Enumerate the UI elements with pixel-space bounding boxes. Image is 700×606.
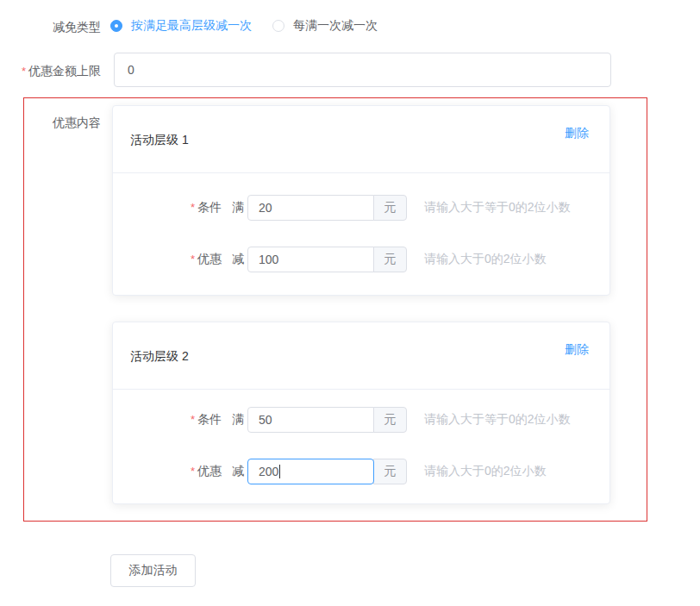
required-marker: * xyxy=(191,201,195,214)
input-hint: 请输入大于等于0的2位小数 xyxy=(424,200,571,216)
row-label-text: 优惠 xyxy=(197,252,222,266)
condition-row: *条件满 50 元 请输入大于等于0的2位小数 xyxy=(113,407,609,433)
radio-option-every-time[interactable]: 每满一次减一次 xyxy=(272,18,378,34)
row-label-text: 条件 xyxy=(197,200,222,214)
condition-row: *条件满 20 元 请输入大于等于0的2位小数 xyxy=(113,195,609,221)
condition-label: *条件满 xyxy=(113,200,244,216)
input-hint: 请输入大于等于0的2位小数 xyxy=(424,412,571,428)
tier-title: 活动层级 2 xyxy=(130,349,189,365)
required-marker: * xyxy=(191,465,195,478)
tier-card-body: *条件满 50 元 请输入大于等于0的2位小数 *优惠减 200 元 请输入大于… xyxy=(113,390,609,484)
tier-card-body: *条件满 20 元 请输入大于等于0的2位小数 *优惠减 100 元 请输入大于… xyxy=(113,173,609,272)
tier-title: 活动层级 1 xyxy=(130,133,189,148)
reduction-type-label: 减免类型 xyxy=(0,19,101,34)
discount-amount-input[interactable]: 100 xyxy=(247,247,374,272)
tier-card-header: 活动层级 1 删除 xyxy=(113,106,609,173)
row-prefix-text: 减 xyxy=(232,252,244,266)
input-value: 20 xyxy=(259,201,272,215)
radio-option-highest-tier[interactable]: 按满足最高层级减一次 xyxy=(110,18,252,34)
radio-unselected-icon xyxy=(272,20,284,32)
discount-content-label: 优惠内容 xyxy=(0,115,101,130)
unit-suffix: 元 xyxy=(373,407,407,433)
radio-selected-icon xyxy=(110,20,122,32)
delete-tier-link[interactable]: 删除 xyxy=(565,342,589,358)
input-value: 200 xyxy=(259,465,278,478)
row-label-text: 优惠 xyxy=(197,464,222,478)
max-discount-label-text: 优惠金额上限 xyxy=(28,64,101,78)
add-activity-button[interactable]: 添加活动 xyxy=(110,554,196,587)
input-value: 50 xyxy=(259,413,272,427)
discount-amount-input-focused[interactable]: 200 xyxy=(247,459,374,484)
row-prefix-text: 满 xyxy=(232,200,244,214)
max-discount-value: 0 xyxy=(128,63,134,77)
tier-card-2: 活动层级 2 删除 *条件满 50 元 请输入大于等于0的2位小数 *优惠减 2… xyxy=(112,322,610,504)
tier-card-header: 活动层级 2 删除 xyxy=(113,322,609,390)
condition-amount-input[interactable]: 20 xyxy=(247,195,374,221)
text-caret xyxy=(279,465,280,478)
max-discount-label: *优惠金额上限 xyxy=(0,63,101,79)
condition-amount-input[interactable]: 50 xyxy=(247,407,374,433)
unit-suffix: 元 xyxy=(373,195,407,221)
tier-card-1: 活动层级 1 删除 *条件满 20 元 请输入大于等于0的2位小数 *优惠减 1… xyxy=(112,105,610,296)
reduction-type-radio-group: 按满足最高层级减一次 每满一次减一次 xyxy=(110,13,378,39)
row-label-text: 条件 xyxy=(197,412,222,426)
radio-option-label: 每满一次减一次 xyxy=(293,18,378,34)
discount-row: *优惠减 100 元 请输入大于0的2位小数 xyxy=(113,247,609,272)
unit-suffix: 元 xyxy=(373,459,407,484)
required-marker: * xyxy=(191,413,195,426)
row-prefix-text: 减 xyxy=(232,464,244,478)
discount-label: *优惠减 xyxy=(113,464,244,479)
max-discount-input[interactable]: 0 xyxy=(114,53,611,87)
unit-suffix: 元 xyxy=(373,247,407,272)
discount-label: *优惠减 xyxy=(113,252,244,267)
required-marker: * xyxy=(22,65,26,78)
input-value: 100 xyxy=(259,253,278,266)
condition-label: *条件满 xyxy=(113,412,244,428)
input-hint: 请输入大于0的2位小数 xyxy=(424,252,547,267)
input-hint: 请输入大于0的2位小数 xyxy=(424,464,547,479)
delete-tier-link[interactable]: 删除 xyxy=(565,126,589,141)
required-marker: * xyxy=(191,253,195,266)
radio-option-label: 按满足最高层级减一次 xyxy=(131,18,252,34)
discount-row: *优惠减 200 元 请输入大于0的2位小数 xyxy=(113,459,609,484)
row-prefix-text: 满 xyxy=(232,412,244,426)
